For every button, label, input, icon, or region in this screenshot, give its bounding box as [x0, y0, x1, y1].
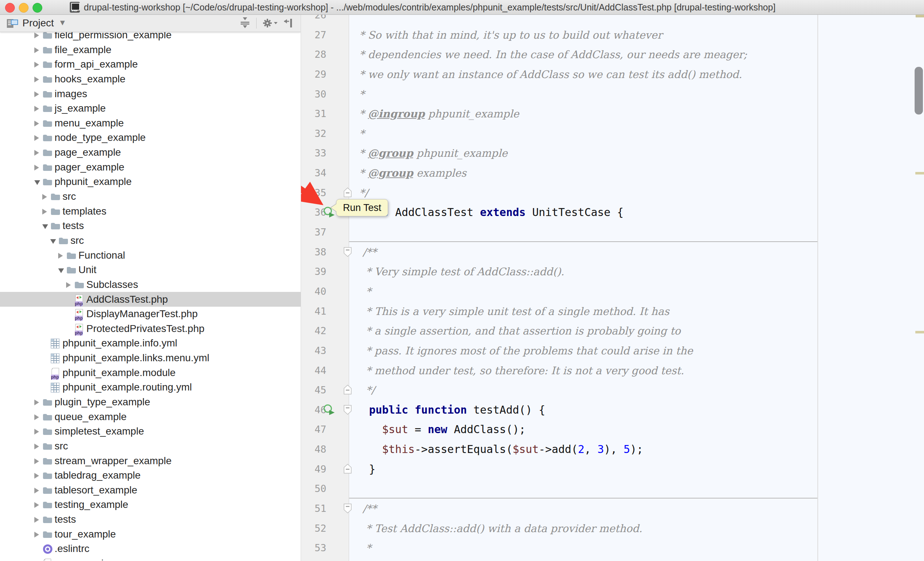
line-number: 30: [301, 84, 326, 104]
run-test-gutter-icon[interactable]: [323, 404, 335, 417]
tree-item-tests[interactable]: tests: [0, 512, 301, 527]
line-number: 36: [301, 202, 326, 222]
tree-item-node-type-example[interactable]: node_type_example: [0, 130, 301, 145]
tree-item-phpunit-example-module[interactable]: phpphpunit_example.module: [0, 365, 301, 380]
tree-item-pager-example[interactable]: pager_example: [0, 160, 301, 175]
hide-panel-button[interactable]: [283, 16, 296, 30]
tree-item-functional[interactable]: Functional: [0, 248, 301, 263]
tree-item-label: tests: [63, 218, 84, 233]
fold-marker-down[interactable]: [343, 503, 352, 515]
tree-item--eslintrc[interactable]: .eslintrc: [0, 541, 301, 556]
tree-item-label: page_example: [55, 145, 121, 160]
tree-item-subclasses[interactable]: Subclasses: [0, 277, 301, 292]
tree-item-src[interactable]: src: [0, 438, 301, 453]
tree-item-testing-example[interactable]: testing_example: [0, 497, 301, 512]
tree-item-form-api-example[interactable]: form_api_example: [0, 57, 301, 72]
tree-item-label: tour_example: [55, 527, 116, 542]
chevron-collapsed-icon[interactable]: [34, 444, 39, 449]
code-token: * method under test, so therefore: It is…: [356, 365, 684, 377]
tree-item-hooks-example[interactable]: hooks_example: [0, 72, 301, 86]
chevron-expanded-icon[interactable]: [58, 268, 64, 273]
chevron-collapsed-icon[interactable]: [34, 135, 39, 141]
chevron-collapsed-icon[interactable]: [34, 532, 39, 537]
chevron-expanded-icon[interactable]: [42, 224, 48, 229]
tree-item-tablesort-example[interactable]: tablesort_example: [0, 483, 301, 497]
chevron-collapsed-icon[interactable]: [34, 47, 39, 53]
tree-item-phpunit-example-links-menu-yml[interactable]: phpunit_example.links.menu.yml: [0, 350, 301, 365]
tree-item-label: testing_example: [55, 497, 128, 512]
tree-item-phpunit-example[interactable]: phpunit_example: [0, 174, 301, 189]
code-token: /**: [356, 503, 376, 515]
tree-item-label: tablesort_example: [55, 483, 137, 497]
chevron-collapsed-icon[interactable]: [34, 150, 39, 156]
warning-stripe-mark[interactable]: [915, 172, 924, 175]
tree-item-queue-example[interactable]: queue_example: [0, 409, 301, 424]
fold-marker-up[interactable]: [343, 464, 352, 476]
line-number: 39: [301, 262, 326, 281]
chevron-collapsed-icon[interactable]: [34, 121, 39, 126]
tree-item-plugin-type-example[interactable]: plugin_type_example: [0, 395, 301, 409]
tree-item-js-example[interactable]: js_example: [0, 101, 301, 115]
tree-item-src[interactable]: src: [0, 233, 301, 248]
chevron-collapsed-icon[interactable]: [34, 488, 39, 494]
window-titlebar: PHP drupal-testing-workshop [~/Code/os/d…: [0, 0, 924, 15]
chevron-collapsed-icon[interactable]: [34, 62, 39, 67]
tree-item-addclasstest-php[interactable]: phpAddClassTest.php: [0, 292, 301, 307]
fold-marker-up[interactable]: [343, 187, 352, 199]
chevron-collapsed-icon[interactable]: [34, 399, 39, 405]
chevron-expanded-icon[interactable]: [50, 239, 56, 244]
chevron-down-icon[interactable]: ▼: [58, 15, 66, 32]
tree-item-menu-example[interactable]: menu_example: [0, 115, 301, 130]
close-window-button[interactable]: [5, 3, 15, 13]
chevron-collapsed-icon[interactable]: [34, 473, 39, 479]
project-panel-title[interactable]: Project: [22, 15, 54, 32]
tree-item-tabledrag-example[interactable]: tabledrag_example: [0, 468, 301, 483]
line-number: 31: [301, 104, 326, 124]
tree-item-stream-wrapper-example[interactable]: stream_wrapper_example: [0, 453, 301, 468]
chevron-collapsed-icon[interactable]: [34, 76, 39, 82]
line-number: 41: [301, 301, 326, 321]
chevron-collapsed-icon[interactable]: [34, 429, 39, 435]
tree-item-images[interactable]: images: [0, 86, 301, 101]
warning-stripe-mark[interactable]: [915, 331, 924, 334]
tree-item-phpunit-example-info-yml[interactable]: phpunit_example.info.yml: [0, 336, 301, 350]
chevron-collapsed-icon[interactable]: [34, 106, 39, 112]
chevron-collapsed-icon[interactable]: [42, 194, 47, 200]
tree-item-protectedprivatestest-php[interactable]: phpProtectedPrivatesTest.php: [0, 321, 301, 336]
line-number: 35: [301, 183, 326, 203]
tree-item-label: composer.json: [55, 556, 120, 561]
collapse-all-button[interactable]: [239, 16, 251, 30]
tree-item-displaymanagertest-php[interactable]: phpDisplayManagerTest.php: [0, 306, 301, 321]
zoom-window-button[interactable]: [33, 3, 42, 13]
fold-marker-up[interactable]: [343, 384, 352, 396]
chevron-collapsed-icon[interactable]: [34, 33, 39, 38]
chevron-collapsed-icon[interactable]: [42, 209, 47, 215]
chevron-collapsed-icon[interactable]: [34, 517, 39, 523]
tree-item-page-example[interactable]: page_example: [0, 145, 301, 160]
minimize-window-button[interactable]: [19, 3, 28, 13]
tree-item-src[interactable]: src: [0, 189, 301, 204]
tree-item-unit[interactable]: Unit: [0, 262, 301, 277]
chevron-collapsed-icon[interactable]: [66, 282, 71, 288]
code-token: [356, 404, 369, 416]
chevron-collapsed-icon[interactable]: [34, 458, 39, 464]
tree-item-simpletest-example[interactable]: simpletest_example: [0, 424, 301, 438]
chevron-collapsed-icon[interactable]: [58, 253, 63, 259]
tree-item-file-example[interactable]: file_example: [0, 42, 301, 57]
tree-item-tour-example[interactable]: tour_example: [0, 527, 301, 542]
tree-item-tests[interactable]: tests: [0, 218, 301, 233]
fold-marker-down[interactable]: [343, 246, 352, 259]
svg-text:php: php: [51, 375, 59, 380]
fold-marker-down[interactable]: [343, 404, 352, 416]
tree-item-phpunit-example-routing-yml[interactable]: phpunit_example.routing.yml: [0, 380, 301, 395]
chevron-collapsed-icon[interactable]: [34, 502, 39, 508]
chevron-collapsed-icon[interactable]: [34, 414, 39, 420]
tree-item-templates[interactable]: templates: [0, 204, 301, 218]
project-panel-header: Project ▼: [0, 15, 301, 32]
chevron-collapsed-icon[interactable]: [34, 91, 39, 97]
tree-item-composer-json[interactable]: {}composer.json: [0, 556, 301, 561]
settings-gear-button[interactable]: [262, 16, 278, 30]
chevron-collapsed-icon[interactable]: [34, 165, 39, 171]
chevron-expanded-icon[interactable]: [34, 180, 40, 185]
editor-scrollbar-thumb[interactable]: [915, 67, 923, 115]
